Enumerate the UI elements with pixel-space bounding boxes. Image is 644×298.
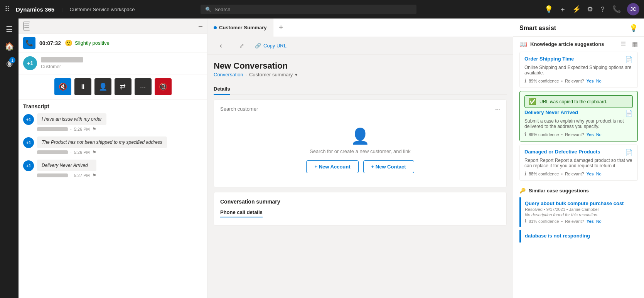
tab-customer-summary[interactable]: Customer Summary <box>207 19 273 37</box>
add-icon[interactable]: ＋ <box>559 5 566 14</box>
card-meta: ℹ 88% confidence • Relevant? Yes No <box>524 171 633 177</box>
breadcrumb-dropdown[interactable]: ▾ <box>295 72 297 77</box>
conversations-icon[interactable]: ◉ 1 <box>2 56 17 71</box>
card-header: Delivery Never Arrived 📄 <box>524 109 633 117</box>
grid-icon[interactable]: ▦ <box>632 40 638 48</box>
check-icon: ✅ <box>529 98 536 105</box>
copy-url-button[interactable]: 🔗 Copy URL <box>255 43 287 49</box>
relevant-yes[interactable]: Yes <box>587 79 594 83</box>
new-account-button[interactable]: + New Account <box>306 160 358 173</box>
phone-icon[interactable]: 📞 <box>612 5 621 13</box>
relevant-no[interactable]: No <box>596 219 602 224</box>
similar-cases-title: Similar case suggestions <box>529 188 589 194</box>
similar-cases-header: 🔑 Similar case suggestions <box>519 188 638 194</box>
add-tab-button[interactable]: + <box>273 19 289 37</box>
case-title[interactable]: Query about bulk compute purchase cost <box>525 200 634 206</box>
card-header: Order Shipping Time 📄 <box>524 56 633 63</box>
card-meta: ℹ 89% confidence • Relevant? Yes No <box>524 78 633 84</box>
card-description: Online Shipping and Expedited Shipping o… <box>524 65 633 76</box>
search-input[interactable] <box>214 7 412 12</box>
save-article-icon[interactable]: 📄 <box>625 149 633 156</box>
customer-placeholder: 👤 Search for or create a new customer, a… <box>220 120 500 181</box>
card-title[interactable]: Delivery Never Arrived <box>524 109 578 115</box>
person-icon: 👤 <box>351 127 370 145</box>
knowledge-section: 📖 Knowledge article suggestions ☰ ▦ Orde… <box>513 37 644 184</box>
search-icon: 🔍 <box>205 7 211 12</box>
save-article-icon[interactable]: 📄 <box>625 56 633 63</box>
breadcrumb-conversation[interactable]: Conversation <box>214 72 243 77</box>
help-icon[interactable]: ？ <box>599 5 606 14</box>
smart-assist-lightbulb-icon[interactable]: 💡 <box>629 24 638 32</box>
relevant-no[interactable]: No <box>596 172 602 176</box>
collapse-button[interactable]: ☰ <box>23 22 30 30</box>
customer-search-card: --- 👤 Search for or create a new custome… <box>214 99 507 187</box>
transcript-section: Transcript +1 I have an issue with my or… <box>19 99 207 298</box>
home-icon[interactable]: 🏠 <box>2 39 17 54</box>
case-title[interactable]: database is not responding <box>525 233 634 239</box>
sidebar-header: ☰ ─ <box>19 19 207 34</box>
relevant-yes[interactable]: Yes <box>587 172 594 176</box>
copy-url-label: Copy URL <box>263 43 287 49</box>
breadcrumb-customer-summary[interactable]: Customer summary <box>249 72 293 77</box>
minimize-icon[interactable]: ─ <box>199 23 202 29</box>
add-agent-button[interactable]: 👤 <box>94 78 111 95</box>
case-confidence: 81% confidence <box>529 219 559 224</box>
filter-icon[interactable]: ⚡ <box>572 5 581 13</box>
info-icon: ℹ <box>524 131 526 137</box>
transcript-message: +1 The Product has not been shipped to m… <box>23 136 202 155</box>
msg-avatar: +1 <box>23 137 34 148</box>
customer-name-blurred <box>41 57 83 62</box>
meta-blurred <box>37 173 68 177</box>
card-title[interactable]: Damaged or Defective Products <box>524 149 600 155</box>
conversations-badge: 1 <box>9 57 15 63</box>
lightbulb-icon[interactable]: 💡 <box>545 5 553 13</box>
back-button[interactable]: ‹ <box>214 39 228 52</box>
user-avatar[interactable]: JC <box>627 3 639 15</box>
end-call-button[interactable]: 📵 <box>155 78 172 95</box>
settings-icon[interactable]: ⚙ <box>587 5 593 13</box>
hold-button[interactable]: ⏸ <box>74 78 91 95</box>
more-button[interactable]: ··· <box>135 78 152 95</box>
customer-search-input[interactable] <box>220 106 491 112</box>
case-meta: Resolved • 9/17/2021 • Jamie Campbell <box>525 207 634 212</box>
tab-details[interactable]: Details <box>214 84 230 95</box>
transfer-button[interactable]: ⇄ <box>115 78 131 95</box>
msg-avatar: +1 <box>23 114 34 125</box>
nav-actions: 💡 ＋ ⚡ ⚙ ？ 📞 JC <box>545 3 639 15</box>
search-box[interactable]: 🔍 <box>201 5 416 14</box>
case-footer: ℹ 81% confidence • Relevant? Yes No <box>525 219 634 224</box>
sentiment-label: Slightly positive <box>75 40 110 46</box>
sidebar-toggle[interactable]: ☰ <box>2 22 17 37</box>
customer-avatar: +1 <box>23 56 37 70</box>
transcript-message: +1 I have an issue with my order - 5:26 … <box>23 113 202 132</box>
card-title[interactable]: Order Shipping Time <box>524 56 574 62</box>
relevant-yes[interactable]: Yes <box>587 219 594 224</box>
list-icon[interactable]: ☰ <box>620 40 626 48</box>
relevant-no[interactable]: No <box>596 79 602 83</box>
sidebar-panel: ☰ ─ 📞 00:07:32 🙂 Slightly positive +1 Cu… <box>19 19 207 298</box>
new-contact-button[interactable]: + New Contact <box>363 160 414 173</box>
new-buttons: + New Account + New Contact <box>306 160 414 173</box>
conversation-summary-card: Conversation summary Phone call details <box>214 192 507 226</box>
phone-call-tab[interactable]: Phone call details <box>220 208 263 217</box>
expand-button[interactable]: ⤢ <box>233 40 250 52</box>
info-icon: ℹ <box>524 78 526 84</box>
knowledge-card-3: Damaged or Defective Products 📄 Report R… <box>519 145 638 181</box>
conversation-summary-title: Conversation summary <box>220 199 500 205</box>
relevant-yes[interactable]: Yes <box>587 132 594 137</box>
msg-text: The Product has not been shipped to my s… <box>37 136 167 148</box>
card-header: Damaged or Defective Products 📄 <box>524 149 633 156</box>
flag-icon: ⚑ <box>92 173 96 178</box>
msg-time-value: 5:26 PM <box>74 127 90 131</box>
sentiment-emoji: 🙂 <box>65 39 72 47</box>
sentiment-indicator: 🙂 Slightly positive <box>65 39 110 47</box>
waffle-icon[interactable]: ⠿ <box>5 5 10 13</box>
mute-button[interactable]: 🔇 <box>54 78 71 95</box>
copied-banner: ✅ URL was copied to the clipboard. <box>524 95 633 108</box>
conversation-area: New Conversation Conversation · Customer… <box>207 55 513 298</box>
action-bar: ‹ ⤢ 🔗 Copy URL <box>207 37 513 55</box>
save-article-icon[interactable]: 📄 <box>625 109 633 117</box>
top-navigation: ⠿ Dynamics 365 | Customer Service worksp… <box>0 0 644 19</box>
relevant-no[interactable]: No <box>596 132 602 137</box>
left-rail: ☰ 🏠 ◉ 1 <box>0 19 19 298</box>
